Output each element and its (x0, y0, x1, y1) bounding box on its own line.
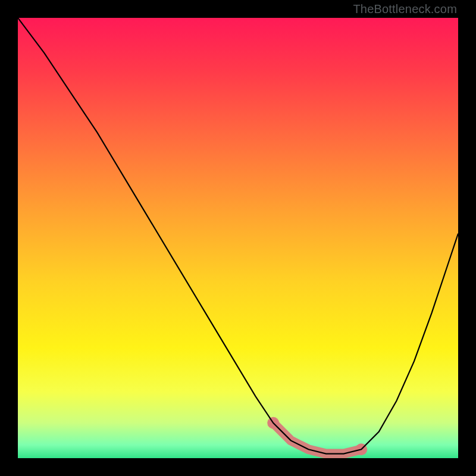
flat-band (273, 423, 361, 454)
gradient-plot-area (18, 18, 458, 458)
curve-layer (18, 18, 458, 458)
bottleneck-curve (18, 18, 458, 454)
flat-region-highlight (267, 417, 367, 455)
attribution-watermark: TheBottleneck.com (353, 2, 457, 16)
